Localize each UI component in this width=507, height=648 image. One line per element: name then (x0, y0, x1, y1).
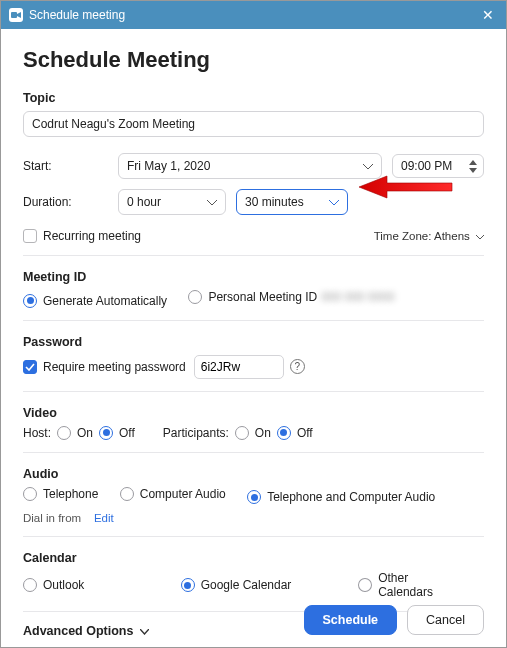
calendar-heading: Calendar (23, 551, 484, 565)
page-heading: Schedule Meeting (23, 47, 484, 73)
chevron-down-icon (329, 195, 339, 209)
require-password-checkbox[interactable]: Require meeting password (23, 360, 186, 374)
checkbox-icon (23, 360, 37, 374)
personal-id-value: 000 000 0000 (321, 290, 394, 304)
radio-icon (57, 426, 71, 440)
window-title: Schedule meeting (29, 8, 478, 22)
audio-heading: Audio (23, 467, 484, 481)
dial-in-label: Dial in from (23, 512, 81, 524)
radio-icon (99, 426, 113, 440)
meeting-id-heading: Meeting ID (23, 270, 484, 284)
time-step-down[interactable] (467, 166, 479, 174)
video-host-label: Host: (23, 426, 51, 440)
close-icon[interactable]: ✕ (478, 7, 498, 23)
schedule-button[interactable]: Schedule (304, 605, 398, 635)
start-date-dropdown[interactable]: Fri May 1, 2020 (118, 153, 382, 179)
radio-icon (23, 294, 37, 308)
svg-rect-0 (11, 12, 17, 18)
radio-telephone[interactable]: Telephone (23, 487, 98, 501)
radio-participants-on[interactable]: On (235, 426, 271, 440)
topic-value: Codrut Neagu's Zoom Meeting (32, 117, 195, 131)
radio-icon (188, 290, 202, 304)
radio-participants-off[interactable]: Off (277, 426, 313, 440)
timezone-dropdown[interactable]: Time Zone: Athens (374, 230, 484, 242)
recurring-checkbox[interactable]: Recurring meeting (23, 229, 141, 243)
dial-in-edit-link[interactable]: Edit (94, 512, 114, 524)
time-step-up[interactable] (467, 158, 479, 166)
radio-personal-id[interactable]: Personal Meeting ID 000 000 0000 (188, 290, 394, 304)
radio-outlook[interactable]: Outlook (23, 571, 163, 599)
radio-computer-audio[interactable]: Computer Audio (120, 487, 226, 501)
dialog-footer: Schedule Cancel (304, 605, 485, 635)
advanced-options-toggle[interactable]: Advanced Options (23, 624, 149, 638)
zoom-app-icon (9, 8, 23, 22)
start-date-value: Fri May 1, 2020 (127, 159, 210, 173)
timezone-value: Athens (434, 230, 470, 242)
password-input[interactable] (194, 355, 284, 379)
topic-label: Topic (23, 91, 484, 105)
radio-icon (235, 426, 249, 440)
radio-icon (181, 578, 195, 592)
video-participants-label: Participants: (163, 426, 229, 440)
radio-icon (23, 487, 37, 501)
duration-hours-value: 0 hour (127, 195, 161, 209)
start-time-value: 09:00 PM (401, 159, 463, 173)
radio-telephone-computer[interactable]: Telephone and Computer Audio (247, 490, 435, 504)
radio-host-on[interactable]: On (57, 426, 93, 440)
radio-host-off[interactable]: Off (99, 426, 135, 440)
radio-icon (120, 487, 134, 501)
radio-other-calendars[interactable]: Other Calendars (358, 571, 466, 599)
timezone-prefix: Time Zone: (374, 230, 432, 242)
chevron-down-icon (207, 195, 217, 209)
radio-icon (247, 490, 261, 504)
titlebar: Schedule meeting ✕ (1, 1, 506, 29)
password-heading: Password (23, 335, 484, 349)
duration-minutes-value: 30 minutes (245, 195, 304, 209)
duration-label: Duration: (23, 195, 108, 209)
help-icon[interactable]: ? (290, 359, 305, 374)
duration-minutes-dropdown[interactable]: 30 minutes (236, 189, 348, 215)
start-label: Start: (23, 159, 108, 173)
radio-google-calendar[interactable]: Google Calendar (181, 571, 341, 599)
chevron-down-icon (363, 159, 373, 173)
radio-generate-auto[interactable]: Generate Automatically (23, 294, 167, 308)
topic-input[interactable]: Codrut Neagu's Zoom Meeting (23, 111, 484, 137)
recurring-label: Recurring meeting (43, 229, 141, 243)
checkbox-icon (23, 229, 37, 243)
radio-icon (23, 578, 37, 592)
radio-icon (277, 426, 291, 440)
cancel-button[interactable]: Cancel (407, 605, 484, 635)
duration-hours-dropdown[interactable]: 0 hour (118, 189, 226, 215)
radio-icon (358, 578, 372, 592)
start-time-input[interactable]: 09:00 PM (392, 154, 484, 178)
video-heading: Video (23, 406, 484, 420)
